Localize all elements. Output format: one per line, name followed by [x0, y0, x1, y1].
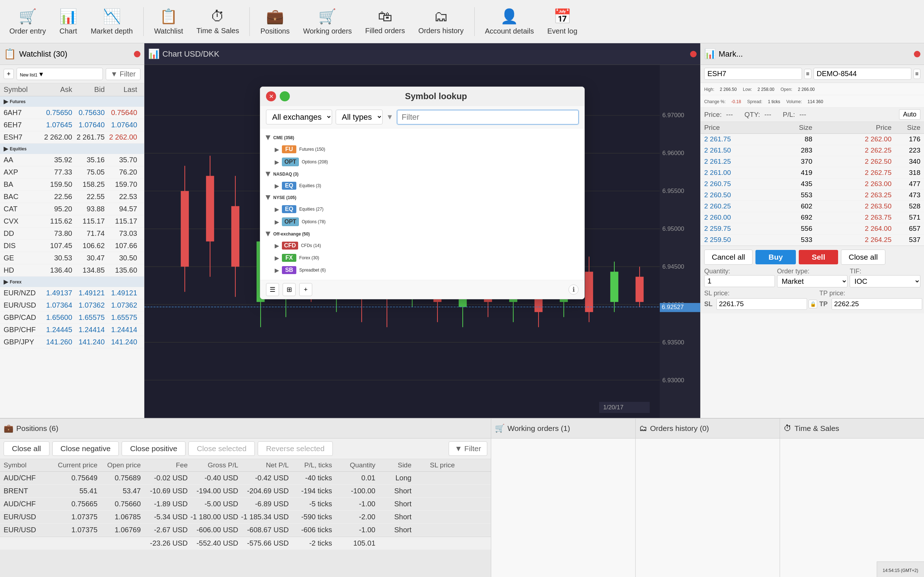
- tif-select[interactable]: IOC: [850, 275, 921, 287]
- lookup-close-button[interactable]: ✕: [266, 91, 276, 102]
- type-node-fu[interactable]: ▶ FU Futures (150): [260, 143, 584, 155]
- table-row[interactable]: 2 260.00 692 2 263.75 571: [701, 212, 924, 223]
- list-item[interactable]: AXP 77.33 75.05 76.20: [0, 166, 144, 179]
- md-account-list-button[interactable]: ≡: [914, 69, 921, 79]
- toolbar-market-depth[interactable]: 📉 Market depth: [85, 3, 139, 40]
- market-depth-icon: 📉: [103, 8, 121, 25]
- table-row[interactable]: BRENT 55.41 53.47 -10.69 USD -194.00 USD…: [0, 485, 491, 498]
- exchange-node-cme[interactable]: ▶ CME (358): [260, 132, 584, 143]
- watchlist-filter-button[interactable]: ▼ Filter: [106, 68, 141, 80]
- md-symbol-input[interactable]: [704, 68, 802, 80]
- auto-button[interactable]: Auto: [899, 109, 921, 120]
- list-item[interactable]: BAC 22.56 22.55 22.53: [0, 191, 144, 203]
- close-all-positions-button[interactable]: Close all: [3, 442, 50, 456]
- toolbar-time-sales[interactable]: ⏱ Time & Sales: [191, 3, 245, 40]
- list-item[interactable]: ESH7 2 262.00 2 261.75 2 262.00: [0, 131, 144, 143]
- list-item[interactable]: HD 136.40 134.85 135.60: [0, 264, 144, 277]
- list-item[interactable]: 6EH7 1.07645 1.07640 1.07640: [0, 119, 144, 131]
- lookup-list-view-button[interactable]: ☰: [266, 283, 279, 296]
- exchange-node-off[interactable]: ▶ Off-exchange (50): [260, 228, 584, 239]
- table-row[interactable]: EUR/USD 1.07375 1.06769 -2.67 USD -606.0…: [0, 524, 491, 537]
- table-row[interactable]: EUR/USD 1.07375 1.06785 -5.34 USD -1 180…: [0, 511, 491, 524]
- exchange-node-nyse[interactable]: ▶ NYSE (105): [260, 192, 584, 203]
- quantity-input[interactable]: [704, 275, 775, 287]
- tp-input[interactable]: [832, 298, 922, 310]
- table-row[interactable]: 2 259.75 556 2 264.00 657: [701, 223, 924, 234]
- top-toolbar: 🛒 Order entry 📊 Chart 📉 Market depth 📋 W…: [0, 0, 924, 43]
- toolbar-account-details[interactable]: 👤 Account details: [479, 3, 540, 40]
- table-row[interactable]: 2 261.00 419 2 262.75 318: [701, 167, 924, 179]
- sell-button[interactable]: Sell: [799, 250, 838, 264]
- list-item[interactable]: CAT 95.20 93.88 94.57: [0, 203, 144, 215]
- list-item[interactable]: GE 30.53 30.47 30.50: [0, 252, 144, 264]
- working-orders-content: [491, 438, 635, 577]
- type-node-opt-cme[interactable]: ▶ OPT Options (208): [260, 155, 584, 168]
- table-row[interactable]: AUD/CHF 0.75665 0.75660 -1.89 USD -5.00 …: [0, 498, 491, 511]
- table-row[interactable]: 2 261.25 370 2 262.50 340: [701, 156, 924, 167]
- list-item[interactable]: GBP/CAD 1.65600 1.65575 1.65575: [0, 311, 144, 324]
- type-node-cfd[interactable]: ▶ CFD CFDs (14): [260, 239, 584, 252]
- toolbar-order-entry[interactable]: 🛒 Order entry: [3, 3, 52, 40]
- order-type-select[interactable]: Market: [777, 275, 848, 287]
- toolbar-chart[interactable]: 📊 Chart: [53, 3, 83, 40]
- type-select[interactable]: All types: [336, 110, 383, 124]
- reverse-selected-button[interactable]: Reverse selected: [258, 442, 333, 456]
- list-item[interactable]: GBP/CHF 1.24445 1.24414 1.24414: [0, 324, 144, 336]
- table-row[interactable]: 2 261.50 283 2 262.25 223: [701, 145, 924, 156]
- list-item[interactable]: BA 159.50 158.25 159.70: [0, 179, 144, 191]
- chart-close-btn[interactable]: [690, 51, 696, 57]
- close-all-button[interactable]: Close all: [841, 250, 885, 265]
- buy-button[interactable]: Buy: [756, 250, 796, 264]
- lookup-info-button[interactable]: ℹ: [569, 285, 578, 295]
- md-symbol-list-button[interactable]: ≡: [804, 69, 811, 79]
- type-node-opt-nyse[interactable]: ▶ OPT Options (78): [260, 215, 584, 228]
- lookup-grid-view-button[interactable]: ⊞: [283, 283, 296, 296]
- close-positive-button[interactable]: Close positive: [122, 442, 186, 456]
- md-account-input[interactable]: [814, 68, 911, 80]
- list-item[interactable]: DIS 107.45 106.62 107.66: [0, 240, 144, 252]
- forex-section-header[interactable]: ▶ Forex: [0, 277, 144, 287]
- list-item[interactable]: GBP/JPY 141.260 141.240 141.240: [0, 336, 144, 348]
- list-item[interactable]: AA 35.92 35.16 35.70: [0, 154, 144, 166]
- table-row[interactable]: 2 260.75 435 2 263.00 477: [701, 179, 924, 190]
- close-selected-button[interactable]: Close selected: [188, 442, 255, 456]
- watchlist-close-btn[interactable]: [134, 51, 141, 57]
- list-item[interactable]: DD 73.80 71.74 73.03: [0, 227, 144, 240]
- cancel-all-button[interactable]: Cancel all: [704, 250, 753, 265]
- table-row[interactable]: AUD/CHF 0.75649 0.75689 -0.02 USD -0.40 …: [0, 472, 491, 485]
- list-item[interactable]: EUR/USD 1.07364 1.07362 1.07362: [0, 299, 144, 311]
- toolbar-orders-history[interactable]: 🗂 Orders history: [412, 3, 470, 40]
- table-row[interactable]: 2 259.50 533 2 264.25 537: [701, 234, 924, 246]
- symbol-filter-input[interactable]: [397, 110, 578, 124]
- futures-section-header[interactable]: ▶ Futures: [0, 96, 144, 107]
- list-selector[interactable]: New list1 ▾: [16, 68, 103, 80]
- toolbar-working-orders[interactable]: 🛒 Working orders: [297, 3, 358, 40]
- close-negative-button[interactable]: Close negative: [52, 442, 119, 456]
- positions-filter-button[interactable]: ▼ Filter: [449, 442, 487, 456]
- sl-input[interactable]: [716, 298, 807, 310]
- exchange-node-nasdaq[interactable]: ▶ NASDAQ (3): [260, 168, 584, 180]
- sl-lock-button[interactable]: 🔒: [809, 300, 817, 308]
- list-item[interactable]: 6AH7 0.75650 0.75630 0.75640: [0, 107, 144, 119]
- table-row[interactable]: 2 260.25 602 2 263.50 528: [701, 201, 924, 212]
- list-item[interactable]: CVX 115.62 115.17 115.17: [0, 215, 144, 227]
- table-row[interactable]: 2 260.50 553 2 263.25 473: [701, 190, 924, 201]
- lookup-expand-button[interactable]: [280, 91, 290, 102]
- type-node-eq-nasdaq[interactable]: ▶ EQ Equities (3): [260, 180, 584, 192]
- equities-section-header[interactable]: ▶ Equities: [0, 143, 144, 154]
- type-node-fx[interactable]: ▶ FX Forex (30): [260, 252, 584, 264]
- type-node-eq-nyse[interactable]: ▶ EQ Equities (27): [260, 203, 584, 215]
- toolbar-filled-orders[interactable]: 🛍 Filled orders: [360, 3, 411, 40]
- table-row[interactable]: 2 261.75 88 2 262.00 176: [701, 134, 924, 145]
- toolbar-watchlist[interactable]: 📋 Watchlist: [149, 3, 189, 40]
- add-list-button[interactable]: +: [3, 69, 14, 79]
- toolbar-event-log[interactable]: 📅 Event log: [541, 3, 583, 40]
- lookup-add-button[interactable]: +: [299, 283, 312, 296]
- market-depth-close-btn[interactable]: [914, 51, 921, 57]
- type-node-sb[interactable]: ▶ SB Spreadbet (6): [260, 264, 584, 276]
- toolbar-positions[interactable]: 💼 Positions: [254, 3, 295, 40]
- svg-text:6.92527: 6.92527: [662, 304, 684, 311]
- exchange-select[interactable]: All exchanges: [266, 110, 332, 124]
- list-item[interactable]: EUR/NZD 1.49137 1.49121 1.49121: [0, 287, 144, 299]
- chart-area[interactable]: 6.97000 6.96000 6.95500 6.95000 6.94500 …: [144, 65, 700, 418]
